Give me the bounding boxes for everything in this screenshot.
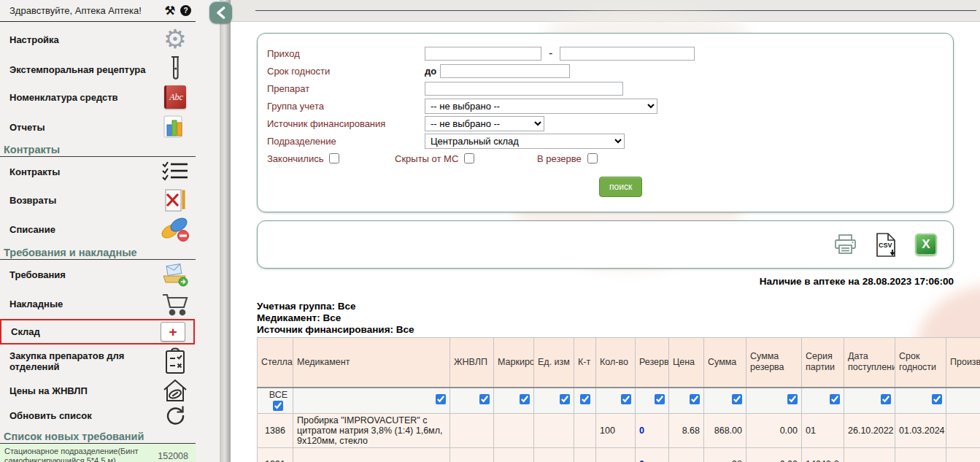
house-pill-icon <box>155 378 196 403</box>
sidebar-splitter[interactable] <box>220 0 231 462</box>
out-of-stock-label: Закончились <box>267 153 323 164</box>
column-select-checkbox[interactable] <box>520 394 530 404</box>
collapse-sidebar-button[interactable] <box>209 1 232 23</box>
column-select-checkbox[interactable] <box>621 394 631 404</box>
cell-marking <box>494 448 534 462</box>
sidebar-item-invoices[interactable]: Накладные <box>0 289 196 319</box>
sidebar-item-returns[interactable]: Возвраты <box>0 186 196 214</box>
sidebar-item-reports[interactable]: Отчеты <box>0 112 196 142</box>
hidden-from-ms-label: Скрыты от МС <box>395 153 458 164</box>
sidebar-item-writeoff[interactable]: Списание <box>0 214 196 245</box>
column-select-checkbox[interactable] <box>436 394 446 404</box>
sidebar-item-extemporal[interactable]: Экстемпоральная рецептура <box>0 57 196 82</box>
sidebar-item-warehouse[interactable]: Склад + <box>0 319 195 344</box>
sidebar-item-label: Закупка препаратов для отделений <box>9 350 155 372</box>
availability-status: Наличие в аптеке на 28.08.2023 17:06:00 <box>257 276 954 287</box>
column-select-checkbox[interactable] <box>560 394 570 404</box>
csv-export-button[interactable]: CSV <box>875 232 898 258</box>
cell-reserve[interactable]: 0 <box>636 448 669 462</box>
book-icon: Abc <box>155 85 196 109</box>
in-reserve-label: В резерве <box>537 153 582 164</box>
cart-icon <box>155 291 196 317</box>
cell-kt <box>574 448 596 462</box>
funding-source-select[interactable]: -- не выбрано -- <box>425 116 544 131</box>
department-label: Подразделение <box>258 136 425 147</box>
receipt-date-label: Приход <box>258 48 425 59</box>
expiry-label: Срок годности <box>258 66 425 77</box>
sidebar-header: Здравствуйте, Аптека Аптека! ⚒ ? <box>0 0 196 22</box>
sidebar-item-label: Контракты <box>9 166 64 177</box>
excel-export-button[interactable]: X <box>915 234 937 255</box>
column-select-checkbox[interactable] <box>580 394 590 404</box>
report-summary: Учетная группа: Все Медикамент: Все Исто… <box>257 301 414 336</box>
column-select-checkbox[interactable] <box>830 394 840 404</box>
table-header-row: Стеллаж Медикамент ЖНВЛП Маркировка Ед. … <box>258 338 980 388</box>
help-icon[interactable]: ? <box>180 5 191 16</box>
hidden-from-ms-checkbox[interactable] <box>464 153 474 163</box>
drug-input[interactable] <box>425 82 623 96</box>
select-all-row: ВСЕ <box>258 388 980 414</box>
tools-icon[interactable]: ⚒ <box>165 4 175 18</box>
csv-file-icon: CSV <box>875 232 898 258</box>
sidebar-item-label: Возвраты <box>9 195 61 206</box>
cell-batch: 01 <box>802 414 844 448</box>
expiry-until-input[interactable] <box>440 64 570 78</box>
column-select-checkbox[interactable] <box>732 394 742 404</box>
new-requirement-item[interactable]: Стационарное подразделение(Бинт самофикс… <box>0 444 196 462</box>
accounting-group-label: Группа учета <box>258 101 425 112</box>
column-select-checkbox[interactable] <box>655 394 665 404</box>
search-button[interactable]: поиск <box>599 177 642 197</box>
table-row[interactable]: 1386 Пробирка "IMPROVACUTER" с цитратом … <box>258 414 980 448</box>
sidebar-item-contracts[interactable]: Контракты <box>0 157 196 186</box>
accounting-group-select[interactable]: -- не выбрано -- <box>425 99 657 114</box>
summary-source: Источник финансирования: Все <box>257 324 414 336</box>
cell-zhnvlp <box>450 414 494 448</box>
column-header-kt: К-т <box>574 338 596 388</box>
column-select-checkbox[interactable] <box>690 394 700 404</box>
filter-panel: Приход - Срок годности до Препарат Групп… <box>257 33 954 212</box>
department-select[interactable]: Центральный склад <box>425 134 625 149</box>
sidebar-item-label: Склад <box>11 326 45 337</box>
column-select-checkbox[interactable] <box>881 394 891 404</box>
out-of-stock-checkbox[interactable] <box>329 153 339 163</box>
select-all-checkbox[interactable] <box>273 401 283 411</box>
column-select-checkbox[interactable] <box>787 394 798 404</box>
cell-sum: 38 <box>704 448 746 462</box>
print-button[interactable] <box>833 234 857 255</box>
section-title-contracts: Контракты <box>0 142 196 157</box>
cell-batch: 14042-3 <box>802 448 844 462</box>
sidebar-item-label: Настройка <box>9 34 63 45</box>
in-reserve-checkbox[interactable] <box>587 153 598 163</box>
column-select-checkbox[interactable] <box>479 394 490 404</box>
cell-qty <box>596 448 636 462</box>
cell-reserve-sum: 0.00 <box>746 448 802 462</box>
column-header-reserve: Резерв <box>636 338 669 388</box>
range-separator: - <box>549 47 552 60</box>
receipt-date-to-input[interactable] <box>560 47 695 61</box>
column-select-checkbox[interactable] <box>932 394 942 404</box>
table-row[interactable]: 1391 0 38 0.00 14042-3 <box>258 448 980 462</box>
cell-received <box>844 448 895 462</box>
column-header-unit: Ед. изм <box>534 338 574 388</box>
top-bar <box>231 0 980 22</box>
cell-qty: 100 <box>596 414 636 448</box>
section-title-new-requests: Список новых требований <box>0 428 196 444</box>
cell-manufacturer <box>946 414 980 448</box>
cell-reserve[interactable]: 0 <box>636 414 669 448</box>
sidebar-item-procurement[interactable]: Закупка препаратов для отделений <box>0 344 196 378</box>
cell-unit <box>534 414 574 448</box>
receipt-date-from-input[interactable] <box>425 47 541 61</box>
cell-price <box>669 448 704 462</box>
gear-icon: ⚙ <box>155 27 196 52</box>
refresh-icon <box>155 404 196 427</box>
sidebar-item-settings[interactable]: Настройка ⚙ <box>0 22 196 57</box>
sidebar-item-zhnvlp-prices[interactable]: Цены на ЖНВЛП <box>0 378 196 403</box>
sidebar-item-nomenclature[interactable]: Номенклатура средств Abc <box>0 82 196 112</box>
cell-medicament: Пробирка "IMPROVACUTER" с цитратом натри… <box>293 414 450 448</box>
summary-group: Учетная группа: Все <box>257 301 414 312</box>
test-tube-icon <box>155 55 196 84</box>
sidebar-item-refresh-list[interactable]: Обновить список <box>0 403 196 428</box>
sidebar-item-requirements[interactable]: Требования <box>0 260 196 289</box>
sidebar-item-label: Обновить список <box>9 410 96 421</box>
bar-chart-icon <box>155 114 196 140</box>
